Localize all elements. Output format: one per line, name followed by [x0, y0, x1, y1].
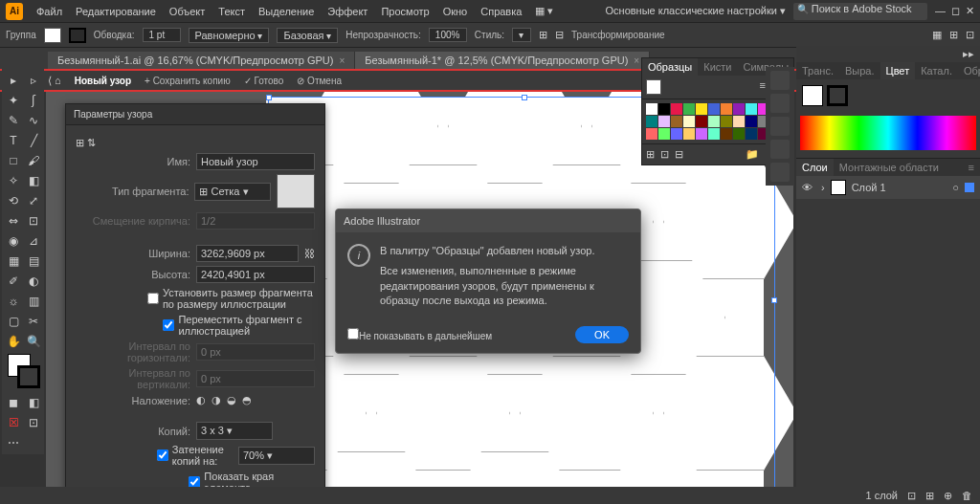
- maximize-icon[interactable]: ◻: [951, 5, 960, 17]
- swatch-cell[interactable]: [708, 103, 720, 115]
- swatches-tab[interactable]: Образцы: [642, 58, 698, 76]
- save-copy-button[interactable]: + Сохранить копию: [145, 76, 231, 86]
- new-group-icon[interactable]: 📁: [746, 148, 759, 161]
- fill-swatch[interactable]: [44, 28, 61, 43]
- slice-tool[interactable]: ✂: [24, 312, 43, 331]
- current-fill-swatch[interactable]: [646, 79, 661, 95]
- graph-tool[interactable]: ▥: [24, 292, 43, 311]
- swatch-cell[interactable]: [683, 128, 695, 140]
- size-to-art-checkbox[interactable]: Установить размер фрагмента по размеру и…: [147, 287, 315, 310]
- dock-icon[interactable]: [770, 117, 790, 136]
- panel-header[interactable]: Параметры узора: [66, 104, 324, 125]
- link-icon[interactable]: ⛓: [304, 248, 315, 259]
- transparency-tab[interactable]: Транс.: [796, 62, 839, 79]
- transform-label[interactable]: Трансформирование: [571, 30, 665, 40]
- dim-copies-checkbox[interactable]: Затенение копий на:: [157, 444, 233, 467]
- swatch-cell[interactable]: [746, 128, 757, 140]
- stroke-preview[interactable]: [827, 85, 848, 106]
- overlap-icon-1[interactable]: ◐: [196, 394, 206, 406]
- menu-text[interactable]: Текст: [218, 6, 245, 17]
- rotate-tool[interactable]: ⟲: [4, 191, 23, 210]
- direct-select-tool[interactable]: ▹: [24, 71, 43, 90]
- collapse-icon[interactable]: ▸▸: [963, 48, 974, 59]
- arrange-docs-icon[interactable]: ▦ ▾: [535, 5, 553, 17]
- eyedropper-tool[interactable]: ✐: [4, 272, 23, 291]
- wand-tool[interactable]: ✦: [4, 91, 23, 110]
- lasso-tool[interactable]: ʃ: [24, 91, 43, 110]
- swatch-cell[interactable]: [733, 116, 745, 127]
- eraser-tool[interactable]: ◧: [24, 171, 43, 190]
- perspective-tool[interactable]: ⊿: [24, 231, 43, 251]
- shaper-tool[interactable]: ✧: [4, 171, 23, 190]
- zoom-tool[interactable]: 🔍: [24, 332, 43, 351]
- swatch-cell[interactable]: [658, 103, 670, 115]
- copies-select[interactable]: 3 x 3 ▾: [196, 422, 273, 440]
- swatch-cell[interactable]: [671, 116, 682, 127]
- gradient-tool[interactable]: ▤: [24, 252, 43, 271]
- fill-preview[interactable]: [802, 85, 823, 106]
- grid-icon[interactable]: ▦: [932, 29, 942, 41]
- swatch-cell[interactable]: [683, 116, 695, 127]
- free-transform-tool[interactable]: ⊡: [24, 211, 43, 230]
- gradient-mode-icon[interactable]: ◧: [24, 393, 43, 412]
- style-sel[interactable]: ▾: [512, 28, 531, 42]
- swatch-cell[interactable]: [646, 128, 657, 140]
- swatch-cell[interactable]: [646, 116, 657, 127]
- selection-tool[interactable]: ▸: [4, 71, 23, 90]
- workspace-switcher[interactable]: Основные классические настройки ▾: [606, 5, 786, 17]
- none-mode-icon[interactable]: ☒: [4, 413, 23, 432]
- close-tab-icon[interactable]: ×: [339, 55, 345, 66]
- shape-builder-tool[interactable]: ◉: [4, 231, 23, 251]
- swatch-cell[interactable]: [646, 103, 657, 115]
- tile-edit-icon[interactable]: ⊞ ⇅: [76, 137, 96, 149]
- distribute-icon[interactable]: ⊟: [555, 29, 564, 41]
- pref-icon[interactable]: ⊡: [966, 29, 974, 41]
- visibility-icon[interactable]: 👁: [802, 182, 815, 193]
- swatch-cell[interactable]: [696, 128, 707, 140]
- fill-stroke-control[interactable]: [4, 352, 43, 392]
- guide-tab[interactable]: Катал.: [915, 62, 958, 79]
- swatch-cell[interactable]: [683, 103, 695, 115]
- swatch-cell[interactable]: [733, 103, 745, 115]
- close-icon[interactable]: ✕: [966, 5, 974, 17]
- ok-button[interactable]: OK: [575, 326, 629, 343]
- menu-select[interactable]: Выделение: [258, 6, 314, 17]
- dim-value[interactable]: 70% ▾: [238, 447, 315, 465]
- overlap-icon-4[interactable]: ◓: [242, 394, 252, 406]
- opacity-input[interactable]: 100%: [429, 28, 467, 42]
- close-tab-icon[interactable]: ×: [634, 55, 639, 66]
- snap-icon[interactable]: ⊞: [949, 29, 958, 41]
- swatch-opts-icon[interactable]: ⊟: [675, 148, 683, 161]
- doc-tab-1[interactable]: Безымянный-1.ai @ 16,67% (CMYK/Предпросм…: [48, 52, 355, 69]
- type-select[interactable]: ⊞ Сетка ▾: [194, 183, 271, 201]
- menu-effect[interactable]: Эффект: [327, 6, 368, 17]
- swatch-cell[interactable]: [746, 116, 757, 127]
- line-tool[interactable]: ╱: [24, 131, 43, 150]
- mesh-tool[interactable]: ▦: [4, 252, 23, 271]
- doc-tab-2[interactable]: Безымянный-1* @ 12,5% (CMYK/Предпросмотр…: [355, 52, 650, 69]
- search-input[interactable]: 🔍 Поиск в Adobe Stock: [793, 3, 927, 20]
- layers-tab[interactable]: Слои: [796, 159, 834, 176]
- dialog-title[interactable]: Adobe Illustrator: [336, 209, 640, 232]
- swatch-cell[interactable]: [708, 116, 720, 127]
- artboards-tab[interactable]: Монтажные области: [834, 159, 945, 176]
- swatch-cell[interactable]: [721, 128, 732, 140]
- delete-layer-icon[interactable]: 🗑: [962, 490, 972, 501]
- swatch-cell[interactable]: [721, 103, 732, 115]
- name-input[interactable]: Новый узор: [196, 153, 315, 170]
- pattern-nav-icon[interactable]: ⟨ ⌂: [48, 75, 61, 87]
- swatch-cell[interactable]: [733, 128, 745, 140]
- curvature-tool[interactable]: ∿: [24, 111, 43, 130]
- swatch-kind-icon[interactable]: ⊡: [660, 148, 669, 161]
- overlap-icon-3[interactable]: ◒: [227, 394, 236, 406]
- brush-tool[interactable]: 🖌: [24, 151, 43, 170]
- width-input[interactable]: 3262,9609 px: [196, 245, 299, 262]
- artboard-tool[interactable]: ▢: [4, 312, 23, 331]
- dont-show-checkbox[interactable]: Не показывать в дальнейшем: [347, 328, 492, 341]
- swatch-cell[interactable]: [658, 128, 670, 140]
- stroke-weight[interactable]: 1 pt: [143, 28, 181, 42]
- edit-toolbar-icon[interactable]: ⋯: [4, 433, 23, 452]
- expand-icon[interactable]: ›: [821, 182, 825, 193]
- brushes-tab[interactable]: Кисти: [698, 58, 737, 76]
- move-with-art-checkbox[interactable]: Переместить фрагмент с иллюстрацией: [163, 314, 315, 337]
